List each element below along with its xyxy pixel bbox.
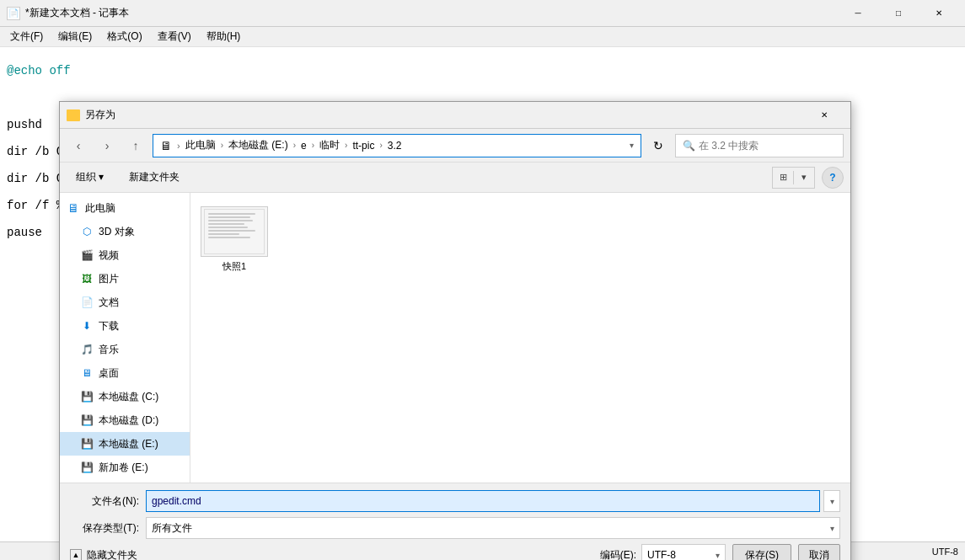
- filename-row: 文件名(N): ▾: [70, 490, 840, 512]
- address-this-pc[interactable]: 此电脑: [185, 138, 216, 152]
- filetype-select[interactable]: 所有文件 ▾: [146, 517, 840, 539]
- filetype-row: 保存类型(T): 所有文件 ▾: [70, 517, 840, 539]
- sidebar-item-videos[interactable]: 🎬 视频: [60, 243, 190, 267]
- sidebar-item-drive-c[interactable]: 💾 本地磁盘 (C:): [60, 385, 190, 408]
- sidebar-label-pictures: 图片: [99, 272, 119, 286]
- back-button[interactable]: ‹: [67, 134, 90, 157]
- dialog-title-text: 另存为: [85, 108, 115, 122]
- sidebar-item-downloads[interactable]: ⬇ 下载: [60, 314, 190, 338]
- download-icon: ⬇: [80, 319, 94, 333]
- filename-dropdown[interactable]: ▾: [823, 490, 840, 512]
- sidebar-item-music[interactable]: 🎵 音乐: [60, 338, 190, 361]
- image-icon: 🖼: [80, 272, 94, 285]
- minimize-button[interactable]: ─: [839, 0, 877, 27]
- maximize-button[interactable]: □: [879, 0, 918, 27]
- dialog-titlebar: 另存为 ✕: [60, 102, 850, 129]
- address-drive-e[interactable]: 本地磁盘 (E:): [228, 138, 288, 152]
- drive-d-icon: 💾: [80, 413, 94, 427]
- folder-icon: [67, 109, 80, 121]
- sidebar-label-new-e: 新加卷 (E:): [99, 461, 148, 475]
- computer-icon: 🖥: [67, 201, 80, 215]
- new-folder-button[interactable]: 新建文件夹: [120, 167, 189, 189]
- encoding-select[interactable]: UTF-8 ▾: [641, 544, 726, 560]
- address-e[interactable]: e: [301, 140, 307, 152]
- address-3-2[interactable]: 3.2: [388, 140, 402, 152]
- menu-format[interactable]: 格式(O): [100, 28, 148, 45]
- view-toggle: ⊞ ▾: [772, 167, 815, 189]
- file-item-kuazhao1[interactable]: 快照1: [201, 203, 268, 276]
- notepad-icon: 📄: [7, 7, 20, 20]
- encoding-value: UTF-8: [647, 549, 676, 560]
- notepad-menubar: 文件(F) 编辑(E) 格式(O) 查看(V) 帮助(H): [0, 27, 965, 47]
- dialog-main: 快照1: [190, 193, 850, 483]
- cancel-button[interactable]: 取消: [798, 544, 840, 560]
- view-dropdown[interactable]: ▾: [794, 168, 814, 188]
- dialog-body: 🖥 此电脑 ⬡ 3D 对象 🎬 视频 🖼 图片 📄 文档 ⬇ 下载: [60, 193, 850, 483]
- drive-e-icon: 💾: [80, 437, 94, 451]
- sidebar-label-desktop: 桌面: [99, 366, 119, 381]
- address-tt-pic[interactable]: tt-pic: [352, 140, 374, 152]
- notepad-titlebar: 📄 *新建文本文档 - 记事本 ─ □ ✕: [0, 0, 965, 27]
- menu-help[interactable]: 帮助(H): [200, 28, 248, 45]
- close-button[interactable]: ✕: [919, 0, 958, 27]
- dialog-bottom: 文件名(N): ▾ 保存类型(T): 所有文件 ▾ ▲ 隐藏文件夹 编码(E):: [60, 483, 850, 560]
- search-input[interactable]: [699, 140, 836, 152]
- sidebar-item-pictures[interactable]: 🖼 图片: [60, 267, 190, 291]
- address-dropdown-arrow[interactable]: ▾: [630, 141, 634, 150]
- sidebar-label-music: 音乐: [99, 343, 119, 357]
- cube-icon: ⬡: [80, 225, 94, 238]
- sidebar-item-drive-e[interactable]: 💾 本地磁盘 (E:): [60, 432, 190, 456]
- save-as-dialog: 另存为 ✕ ‹ › ↑ 🖥 › 此电脑 › 本地磁盘 (E:) › e › 临时…: [59, 101, 851, 560]
- hide-folders-label: 隐藏文件夹: [87, 548, 137, 561]
- up-button[interactable]: ↑: [124, 134, 147, 157]
- drive-c-icon: 💾: [80, 390, 94, 403]
- organize-button[interactable]: 组织 ▾: [67, 167, 113, 189]
- sidebar-label-downloads: 下载: [99, 319, 119, 333]
- notepad-title: *新建文本文档 - 记事本: [25, 6, 129, 20]
- menu-file[interactable]: 文件(F): [3, 28, 50, 45]
- sidebar-item-3d[interactable]: ⬡ 3D 对象: [60, 220, 190, 243]
- sidebar-item-new-e[interactable]: 💾 新加卷 (E:): [60, 456, 190, 479]
- action-row: ▲ 隐藏文件夹 编码(E): UTF-8 ▾ 保存(S) 取消: [70, 544, 840, 560]
- document-icon: 📄: [80, 296, 94, 309]
- forward-button[interactable]: ›: [95, 134, 119, 157]
- dialog-close-button[interactable]: ✕: [805, 102, 844, 129]
- encoding-dropdown-arrow: ▾: [716, 551, 720, 560]
- video-icon: 🎬: [80, 248, 94, 262]
- encoding-label: 编码(E):: [600, 548, 636, 561]
- filename-input[interactable]: [146, 490, 820, 512]
- refresh-button[interactable]: ↻: [646, 134, 670, 157]
- dialog-navbar: ‹ › ↑ 🖥 › 此电脑 › 本地磁盘 (E:) › e › 临时 › tt-…: [60, 129, 850, 163]
- sidebar-label-this-pc: 此电脑: [85, 201, 115, 216]
- search-bar[interactable]: 🔍: [675, 134, 844, 157]
- filename-label: 文件名(N):: [70, 494, 146, 509]
- view-large-icons[interactable]: ⊞: [773, 168, 793, 188]
- sidebar-item-desktop[interactable]: 🖥 桌面: [60, 361, 190, 385]
- dialog-title-left: 另存为: [67, 108, 115, 122]
- address-bar[interactable]: 🖥 › 此电脑 › 本地磁盘 (E:) › e › 临时 › tt-pic › …: [153, 134, 641, 157]
- sidebar-label-drive-e: 本地磁盘 (E:): [99, 437, 158, 451]
- help-button[interactable]: ?: [822, 167, 844, 189]
- dialog-toolbar: 组织 ▾ 新建文件夹 ⊞ ▾ ?: [60, 163, 850, 193]
- sidebar-item-this-pc[interactable]: 🖥 此电脑: [60, 196, 190, 220]
- titlebar-left: 📄 *新建文本文档 - 记事本: [7, 6, 129, 20]
- sidebar-label-videos: 视频: [99, 248, 119, 263]
- menu-edit[interactable]: 编辑(E): [51, 28, 99, 45]
- sidebar-label-drive-c: 本地磁盘 (C:): [99, 390, 158, 404]
- save-button[interactable]: 保存(S): [732, 544, 791, 560]
- hide-folders-toggle[interactable]: ▲: [70, 549, 82, 560]
- filename-dropdown-arrow: ▾: [830, 497, 834, 506]
- sidebar-item-drive-d[interactable]: 💾 本地磁盘 (D:): [60, 408, 190, 432]
- address-lins[interactable]: 临时: [319, 138, 340, 152]
- sidebar-item-documents[interactable]: 📄 文档: [60, 291, 190, 314]
- menu-view[interactable]: 查看(V): [151, 28, 198, 45]
- file-grid: 快照1: [201, 203, 840, 276]
- action-right: 编码(E): UTF-8 ▾ 保存(S) 取消: [600, 544, 840, 560]
- search-icon: 🔍: [683, 140, 695, 152]
- action-left: ▲ 隐藏文件夹: [70, 548, 137, 561]
- sidebar-label-3d: 3D 对象: [99, 225, 135, 239]
- encoding-status: UTF-8: [932, 547, 958, 557]
- music-icon: 🎵: [80, 343, 94, 356]
- filetype-label: 保存类型(T):: [70, 521, 146, 536]
- encoding-section: 编码(E): UTF-8 ▾: [600, 544, 726, 560]
